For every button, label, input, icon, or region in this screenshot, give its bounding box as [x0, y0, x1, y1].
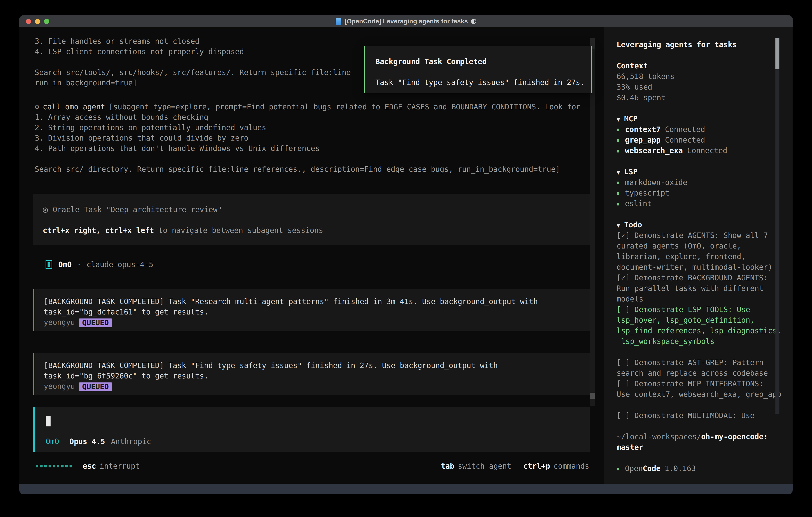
todo-line: document-writer, multimodal-looker) — [617, 262, 793, 272]
input-provider-label: Anthropic — [111, 437, 151, 446]
background-task-message: [BACKGROUND TASK COMPLETED] Task "Resear… — [33, 289, 590, 331]
tool-call-header: ⚙call_omo_agent[subagent_type=explore, p… — [35, 102, 580, 112]
tool-arg-line: 3. Division operations that could divide… — [35, 133, 580, 143]
blank-line — [43, 215, 590, 225]
hint-keys: ctrl+x right, ctrl+x left — [43, 226, 154, 235]
mcp-item: websearch_exaConnected — [617, 145, 793, 156]
todo-line-active: lsp_hover, lsp_goto_definition, — [617, 315, 793, 325]
tab-key-label: switch agent — [458, 462, 511, 470]
notification-body: Task "Find type safety issues" finished … — [375, 77, 591, 88]
blank-line — [617, 421, 793, 431]
status-left: esc interrupt — [36, 461, 140, 471]
blank-line — [617, 50, 793, 61]
context-used: 33% used — [617, 82, 793, 92]
task-line: [BACKGROUND TASK COMPLETED] Task "Resear… — [44, 297, 590, 307]
session-title: Leveraging agents for tasks — [617, 39, 793, 50]
sidebar-scrollbar-thumb[interactable] — [776, 38, 779, 70]
queued-badge: QUEUED — [79, 382, 112, 391]
context-spent: $0.46 spent — [617, 92, 793, 103]
oracle-task-banner: Oracle Task "Deep architecture review" c… — [33, 194, 590, 245]
ctrlp-key-hint: ctrl+p — [523, 462, 550, 470]
blank-line — [617, 103, 793, 113]
scrollback-line: 4. LSP client connections not properly d… — [35, 47, 351, 57]
document-icon — [336, 18, 341, 25]
task-line: task_id="bg_dcfac161" to get results. — [44, 307, 590, 317]
todo-line: models — [617, 294, 793, 304]
queued-badge: QUEUED — [79, 319, 112, 327]
background-task-message: [BACKGROUND TASK COMPLETED] Task "Find t… — [33, 353, 590, 395]
mcp-name: websearch_exa — [625, 146, 683, 155]
tool-arg-tail: Search src/ directory. Return specific f… — [35, 164, 580, 174]
terminal-content: 3. File handles or streams not closed 4.… — [19, 27, 793, 484]
context-heading: Context — [617, 61, 793, 71]
lsp-heading: LSP — [624, 167, 638, 176]
sidebar: Leveraging agents for tasks Context 66,5… — [604, 27, 793, 484]
status-dot-icon — [617, 139, 619, 142]
context-tokens: 66,518 tokens — [617, 71, 793, 82]
oracle-task-label-line: Oracle Task "Deep architecture review" — [43, 205, 590, 215]
todo-line: curated agents (OmO, oracle, — [617, 241, 793, 251]
blank-line — [35, 57, 351, 67]
subagent-nav-hint: ctrl+x right, ctrl+x left to navigate be… — [43, 225, 590, 236]
text-cursor — [46, 416, 51, 427]
blank-line — [617, 347, 793, 357]
esc-key-hint: esc — [83, 462, 96, 470]
version-row: OpenCode1.0.163 — [617, 463, 793, 474]
zoom-button[interactable] — [44, 19, 49, 24]
mcp-section-header[interactable]: ▼MCP — [617, 113, 793, 124]
workspace-branch: master — [617, 442, 793, 453]
todo-line: search and replace across codebase — [617, 368, 793, 378]
todo-line: [ ] Demonstrate AST-GREP: Pattern — [617, 357, 793, 368]
oracle-task-label: Oracle Task "Deep architecture review" — [53, 205, 222, 214]
status-dot-icon — [617, 129, 619, 131]
blank-line — [375, 67, 591, 77]
task-line: task_id="bg_6f59260c" to get results. — [44, 371, 590, 381]
workspace-path: ~/local-workspaces/oh-my-opencode: — [617, 431, 793, 442]
status-dot-icon — [617, 150, 619, 153]
scrollbar-thumb[interactable] — [590, 393, 594, 399]
notification-title: Background Task Completed — [375, 57, 591, 67]
task-user: yeongyu — [44, 382, 75, 391]
commands-hint-group: ctrl+pcommands — [523, 462, 589, 470]
close-button[interactable] — [26, 19, 31, 24]
lsp-name: typescript — [625, 189, 670, 197]
blank-line — [617, 156, 793, 166]
gear-icon: ⚙ — [35, 103, 39, 111]
tool-arg-line: 4. Path operations that don't handle Win… — [35, 143, 580, 154]
mcp-name: grep_app — [625, 136, 661, 144]
todo-line-active: lsp_workspace_symbols — [617, 336, 793, 347]
half-circle-icon — [471, 19, 476, 24]
minimize-button[interactable] — [35, 19, 40, 24]
todo-line: [✓] Demonstrate AGENTS: Show all 7 — [617, 230, 793, 241]
separator-dot: · — [77, 260, 81, 269]
tool-call-block: ⚙call_omo_agent[subagent_type=explore, p… — [35, 102, 580, 174]
esc-key-label: interrupt — [100, 462, 140, 470]
sidebar-scrollbar[interactable] — [776, 38, 779, 414]
todo-section-header[interactable]: ▼Todo — [617, 219, 793, 230]
mcp-heading: MCP — [624, 114, 638, 123]
chevron-down-icon: ▼ — [617, 116, 620, 123]
todo-line: librarian, explore, frontend, — [617, 251, 793, 262]
chevron-down-icon: ▼ — [617, 222, 620, 229]
lsp-name: markdown-oxide — [625, 178, 687, 187]
todo-line: Use context7, websearch_exa, grep_app — [617, 389, 793, 400]
blank-line — [617, 400, 793, 410]
version-number: 1.0.163 — [665, 464, 696, 473]
mcp-item: grep_appConnected — [617, 135, 793, 145]
blank-line — [617, 209, 793, 219]
todo-line: [ ] Demonstrate MCP INTEGRATIONS: — [617, 378, 793, 389]
task-line: [BACKGROUND TASK COMPLETED] Task "Find t… — [44, 360, 590, 371]
tab-hint-group: tabswitch agent — [441, 462, 511, 470]
mcp-status: Connected — [687, 146, 727, 155]
agent-header-row: OmO · claude-opus-4-5 — [46, 259, 153, 270]
status-right: tabswitch agent ctrl+pcommands — [441, 461, 589, 471]
background-task-notification: Background Task Completed Task "Find typ… — [364, 46, 592, 93]
prompt-input[interactable]: OmO Opus 4.5 Anthropic — [33, 407, 590, 452]
lsp-item: typescript — [617, 188, 793, 198]
todo-line-active: lsp_find_references, lsp_diagnostics, — [617, 325, 793, 336]
chevron-down-icon: ▼ — [617, 169, 620, 176]
lsp-item: markdown-oxide — [617, 177, 793, 188]
scrollback-line: 3. File handles or streams not closed — [35, 36, 351, 47]
todo-line: [✓] Demonstrate BACKGROUND AGENTS: — [617, 272, 793, 283]
lsp-section-header[interactable]: ▼LSP — [617, 166, 793, 177]
